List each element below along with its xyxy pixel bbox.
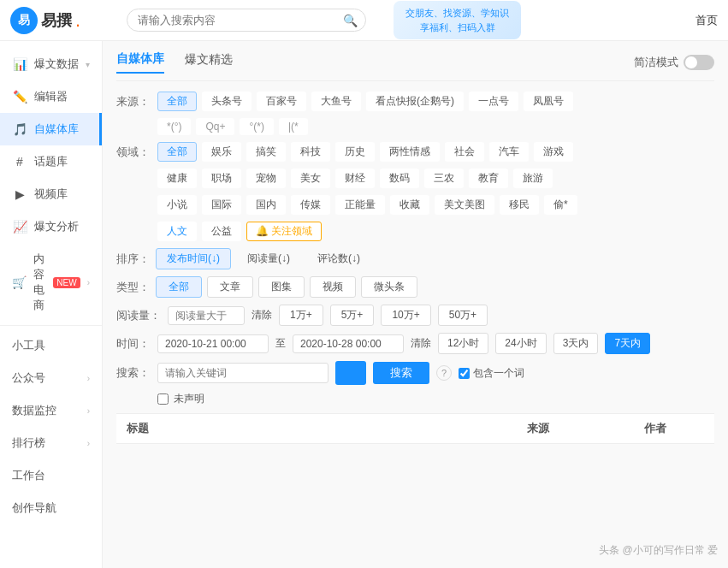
domain-tag-renwen[interactable]: 人文 (157, 222, 197, 241)
sidebar-item-shipinku[interactable]: ▶ 视频库 (0, 178, 102, 210)
top-search-input[interactable] (127, 9, 366, 32)
include-one-word-checkbox[interactable] (459, 368, 470, 379)
domain-tag-guonei[interactable]: 国内 (246, 195, 286, 215)
source-tag-fenghuanghao[interactable]: 凤凰号 (524, 92, 573, 111)
tab-zimeiti[interactable]: 自媒体库 (116, 51, 164, 74)
domain-tag-qita[interactable]: 偷* (544, 195, 577, 215)
sidebar-item-bianji[interactable]: ✏️ 编辑器 (0, 80, 102, 113)
time-sep: 至 (275, 336, 286, 351)
type-btn-all[interactable]: 全部 (156, 276, 202, 298)
sidebar-item-chuangzuodaohang[interactable]: 创作导航 (0, 492, 102, 524)
domain-filter-label2 (116, 169, 151, 171)
domain-tag-youxi[interactable]: 游戏 (534, 142, 573, 162)
domain-tag-xiaoshuo[interactable]: 小说 (157, 195, 197, 215)
domain-tag-yimin[interactable]: 移民 (500, 195, 539, 215)
source-tag-weibo[interactable]: °(*) (240, 118, 273, 135)
time-clear-btn[interactable]: 清除 (411, 336, 431, 351)
read-row: 阅读量： 清除 1万+ 5万+ 10万+ 50万+ (116, 305, 714, 326)
type-btn-album[interactable]: 图集 (258, 276, 305, 298)
source-tag-weixin[interactable]: *(°) (157, 118, 191, 135)
keyword-input[interactable] (157, 363, 328, 383)
home-link[interactable]: 首页 (695, 13, 718, 28)
domain-tag-lvyou[interactable]: 旅游 (513, 169, 553, 188)
domain-tag-guoji[interactable]: 国际 (202, 195, 241, 215)
source-tag-dayuhao[interactable]: 大鱼号 (311, 92, 361, 111)
jianjianmoshi-toggle[interactable] (684, 55, 714, 70)
source-tag-bilibili[interactable]: |(* (279, 118, 308, 135)
sidebar-item-huatiku[interactable]: # 话题库 (0, 145, 102, 178)
sort-btn-publishtime[interactable]: 发布时间(↓) (156, 248, 231, 269)
domain-tag-chuanmei[interactable]: 传媒 (291, 195, 330, 215)
domain-filter-label4 (116, 222, 151, 224)
logo-text: 易撰 (41, 10, 72, 31)
color-picker-box[interactable] (335, 361, 366, 385)
sidebar-item-paihangbang[interactable]: 排行榜 › (0, 427, 102, 459)
time-btn-12h[interactable]: 12小时 (438, 333, 488, 354)
source-tag-kandian[interactable]: 看点快报(企鹅号) (366, 92, 464, 111)
read-clear-btn[interactable]: 清除 (252, 308, 272, 322)
domain-tag-keji[interactable]: 科技 (291, 142, 330, 162)
domain-tag-caijing[interactable]: 财经 (335, 169, 375, 188)
toggle-knob (685, 56, 697, 68)
read-btn-10w[interactable]: 10万+ (381, 305, 430, 326)
sidebar-item-label-huatiku: 话题库 (34, 154, 68, 169)
help-icon[interactable]: ? (436, 365, 452, 381)
source-tag-all[interactable]: 全部 (157, 92, 197, 111)
domain-tag-gongyi[interactable]: 公益 (202, 222, 241, 241)
type-row: 类型： 全部 文章 图集 视频 微头条 (116, 276, 714, 298)
search-button[interactable]: 搜索 (373, 362, 429, 384)
domain-tag-sannong[interactable]: 三农 (424, 169, 464, 188)
sort-btn-readcount[interactable]: 阅读量(↓) (236, 248, 301, 269)
domain-tag-lishi[interactable]: 历史 (335, 142, 375, 162)
time-end-input[interactable] (293, 334, 404, 353)
sidebar-item-neirongdianshang[interactable]: 🛒 内容电商 NEW › (0, 243, 102, 322)
domain-tag-meinvmeitu[interactable]: 美文美图 (435, 195, 494, 215)
domain-tag-shoucang[interactable]: 收藏 (390, 195, 429, 215)
sidebar-item-xiaogongju[interactable]: 小工具 (0, 329, 102, 362)
sidebar-item-baowenfenxi[interactable]: 📈 爆文分析 (0, 210, 102, 243)
sidebar-item-zimeiti[interactable]: 🎵 自媒体库 (0, 113, 102, 145)
domain-tag-all[interactable]: 全部 (157, 142, 197, 162)
domain-filter-row2: 健康 职场 宠物 美女 财经 数码 三农 教育 旅游 (116, 169, 714, 188)
read-btn-50w[interactable]: 50万+ (438, 305, 488, 326)
source-tag-yidianzixun[interactable]: 一点号 (469, 92, 518, 111)
sort-row: 排序： 发布时间(↓) 阅读量(↓) 评论数(↓) (116, 248, 714, 269)
domain-tag-liangxingqinggan[interactable]: 两性情感 (380, 142, 440, 162)
type-btn-video[interactable]: 视频 (310, 276, 356, 298)
top-search-bar[interactable]: 🔍 (127, 9, 366, 32)
domain-tag-zhengnengliangzhengneng[interactable]: 正能量 (335, 195, 385, 215)
sort-btn-commentcount[interactable]: 评论数(↓) (306, 248, 371, 269)
domain-tag-qiche[interactable]: 汽车 (489, 142, 529, 162)
domain-tag-chongwu[interactable]: 宠物 (246, 169, 286, 188)
time-btn-3d[interactable]: 3天内 (553, 333, 599, 354)
attention-domain-btn[interactable]: 🔔 关注领域 (246, 222, 322, 241)
domain-tag-meinv[interactable]: 美女 (291, 169, 330, 188)
time-btn-7d[interactable]: 7天内 (605, 333, 650, 354)
type-btn-microtoutiao[interactable]: 微头条 (361, 276, 417, 298)
time-btn-24h[interactable]: 24小时 (495, 333, 546, 354)
sidebar-item-baowendata[interactable]: 📊 爆文数据 ▾ (0, 48, 102, 80)
domain-tag-zhichang[interactable]: 职场 (202, 169, 241, 188)
th-title: 标题 (116, 421, 479, 436)
domain-tag-jiaoyu[interactable]: 教育 (469, 169, 508, 188)
read-btn-5w[interactable]: 5万+ (330, 305, 375, 326)
source-tag-baijiahao[interactable]: 百家号 (257, 92, 306, 111)
domain-tag-jiankang[interactable]: 健康 (157, 169, 197, 188)
sidebar-item-gongzhonghao[interactable]: 公众号 › (0, 362, 102, 394)
type-btn-article[interactable]: 文章 (207, 276, 253, 298)
domain-tag-gaoxiao[interactable]: 搞笑 (246, 142, 286, 162)
source-tag-qq[interactable]: Qq+ (196, 118, 234, 135)
source-tag-toutiao[interactable]: 头条号 (202, 92, 252, 111)
include-one-word-label[interactable]: 包含一个词 (459, 366, 524, 381)
read-input[interactable] (168, 306, 245, 325)
domain-tag-yule[interactable]: 娱乐 (202, 142, 241, 162)
read-btn-1w[interactable]: 1万+ (279, 305, 323, 326)
tab-baowenjingxuan[interactable]: 爆文精选 (185, 52, 233, 73)
domain-tag-shehui[interactable]: 社会 (445, 142, 484, 162)
time-start-input[interactable] (157, 334, 269, 353)
not-declared-checkbox[interactable] (157, 393, 169, 405)
sidebar-item-gongtaiz[interactable]: 工作台 (0, 459, 102, 492)
sidebar-item-shujujiankong[interactable]: 数据监控 › (0, 394, 102, 427)
banner-box[interactable]: 排序： 交朋友、找资源、学知识 享福利、扫码入群 (394, 1, 521, 39)
domain-tag-shuma[interactable]: 数码 (380, 169, 419, 188)
